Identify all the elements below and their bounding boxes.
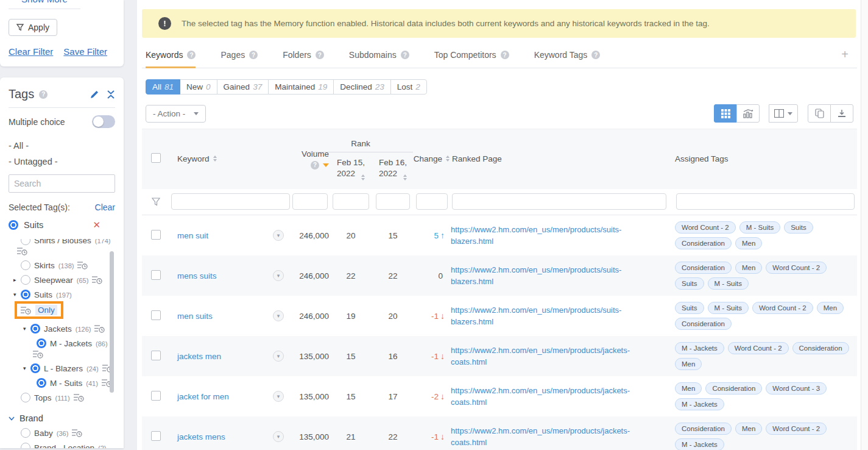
ranked-page-link[interactable]: https://www2.hm.com/en_us/men/products/s… bbox=[451, 225, 621, 246]
columns-button[interactable] bbox=[769, 104, 798, 123]
tag-item-all[interactable]: - All - bbox=[9, 138, 115, 154]
keyword-link[interactable]: men suits bbox=[177, 312, 213, 321]
tag-search-input[interactable] bbox=[9, 174, 115, 193]
export-button[interactable] bbox=[830, 104, 853, 123]
remove-tag-icon[interactable]: ✕ bbox=[93, 220, 101, 230]
tag-radio[interactable] bbox=[30, 324, 40, 334]
help-icon[interactable]: ? bbox=[501, 51, 509, 59]
status-filter-new[interactable]: New 0 bbox=[180, 79, 217, 95]
volume-filter-input[interactable] bbox=[292, 193, 328, 210]
row-checkbox[interactable] bbox=[151, 230, 161, 240]
status-filter-maintained[interactable]: Maintained 19 bbox=[268, 79, 334, 95]
tag-tree-item-sleepwear[interactable]: ▸ Sleepwear (65) bbox=[9, 273, 115, 287]
multiple-choice-toggle[interactable] bbox=[92, 115, 115, 128]
brand-section-header[interactable]: Brand bbox=[9, 413, 115, 423]
keyword-expand-icon[interactable]: ▾ bbox=[273, 230, 284, 241]
tag-tree-item-brand-location[interactable]: Brand - Location (2) bbox=[9, 440, 115, 448]
help-icon[interactable]: ? bbox=[311, 161, 319, 170]
sort-icon[interactable] bbox=[446, 155, 450, 162]
tag-radio[interactable] bbox=[37, 338, 46, 348]
add-tab-icon[interactable]: + bbox=[841, 48, 849, 62]
only-link[interactable]: Only bbox=[35, 305, 57, 315]
tab-folders[interactable]: Folders ? bbox=[283, 46, 324, 68]
save-filter-link[interactable]: Save Filter bbox=[63, 46, 107, 57]
tag-tree-item-tops[interactable]: Tops (111) bbox=[9, 390, 115, 405]
ranked-page-filter-input[interactable] bbox=[452, 193, 666, 210]
row-checkbox[interactable] bbox=[151, 391, 161, 401]
keyword-expand-icon[interactable]: ▾ bbox=[273, 431, 284, 442]
tags-filter-input[interactable] bbox=[676, 193, 855, 210]
keyword-link[interactable]: mens suits bbox=[177, 271, 217, 280]
date2-column-header[interactable]: Feb 16,2022 bbox=[373, 152, 413, 180]
ranked-page-link[interactable]: https://www2.hm.com/en_us/men/products/j… bbox=[451, 346, 630, 367]
select-all-checkbox[interactable] bbox=[151, 153, 161, 163]
change-filter-input[interactable] bbox=[416, 193, 448, 210]
keyword-expand-icon[interactable]: ▾ bbox=[273, 270, 284, 281]
row-checkbox[interactable] bbox=[151, 431, 161, 441]
status-filter-gained[interactable]: Gained 37 bbox=[217, 79, 269, 95]
keyword-link[interactable]: jacket for men bbox=[177, 392, 229, 401]
page-scrollbar[interactable] bbox=[861, 0, 868, 450]
tab-keyword-tags[interactable]: Keyword Tags ? bbox=[534, 46, 601, 68]
help-icon[interactable]: ? bbox=[401, 51, 409, 59]
keyword-column-header[interactable]: Keyword bbox=[177, 154, 210, 163]
action-dropdown[interactable]: - Action - bbox=[146, 105, 206, 123]
history-icon[interactable] bbox=[92, 276, 102, 284]
history-icon[interactable] bbox=[74, 393, 84, 402]
collapse-panel-icon[interactable] bbox=[107, 90, 115, 99]
tag-tree-item-m-jackets[interactable]: M - Jackets (86) bbox=[9, 336, 115, 361]
tag-radio[interactable] bbox=[21, 393, 30, 402]
ranked-page-link[interactable]: https://www2.hm.com/en_us/men/products/s… bbox=[451, 305, 621, 327]
filter-funnel-icon[interactable] bbox=[150, 197, 162, 207]
history-icon[interactable] bbox=[21, 306, 31, 315]
keyword-expand-icon[interactable]: ▾ bbox=[273, 310, 284, 321]
tag-tree-item-jackets[interactable]: ▾ Jackets (126) bbox=[9, 321, 115, 336]
tag-tree-item-skirts[interactable]: Skirts (138) bbox=[9, 258, 115, 273]
history-icon[interactable] bbox=[33, 350, 43, 359]
help-icon[interactable]: ? bbox=[249, 51, 258, 59]
status-filter-declined[interactable]: Declined 23 bbox=[333, 79, 391, 95]
show-more-link[interactable]: Show More bbox=[9, 0, 80, 9]
edit-tags-icon[interactable] bbox=[90, 90, 99, 99]
tag-radio[interactable] bbox=[30, 363, 40, 373]
ranked-page-link[interactable]: https://www2.hm.com/en_us/men/products/s… bbox=[451, 265, 621, 287]
table-view-button[interactable] bbox=[714, 104, 737, 123]
tag-tree-item-shirts-blouses[interactable]: Shirts / Blouses (174) bbox=[9, 239, 115, 258]
keyword-link[interactable]: jackets mens bbox=[177, 432, 225, 441]
tag-radio[interactable] bbox=[37, 378, 46, 388]
ranked-page-link[interactable]: https://www2.hm.com/en_us/men/products/j… bbox=[451, 386, 630, 407]
apply-button[interactable]: Apply bbox=[9, 19, 57, 36]
tag-radio[interactable] bbox=[21, 239, 30, 245]
clear-filter-link[interactable]: Clear Filter bbox=[9, 46, 53, 57]
date1-filter-input[interactable] bbox=[333, 193, 369, 210]
tab-keywords[interactable]: Keywords ? bbox=[146, 46, 196, 68]
tag-radio[interactable] bbox=[21, 290, 30, 299]
tab-subdomains[interactable]: Subdomains ? bbox=[349, 46, 409, 68]
tree-expander-icon[interactable]: ▸ bbox=[13, 277, 19, 283]
sort-desc-icon[interactable] bbox=[323, 163, 329, 167]
tag-radio[interactable] bbox=[21, 260, 30, 270]
tree-scrollbar[interactable] bbox=[110, 251, 114, 393]
history-icon[interactable] bbox=[72, 429, 82, 437]
tag-tree-item-baby[interactable]: Baby (36) bbox=[9, 426, 115, 440]
tag-tree-item-l-blazers[interactable]: ▾ L - Blazers (24) bbox=[9, 361, 115, 376]
row-checkbox[interactable] bbox=[151, 270, 161, 280]
selected-tag-radio[interactable] bbox=[9, 220, 18, 230]
ranked-page-link[interactable]: https://www2.hm.com/en_us/men/products/j… bbox=[451, 426, 630, 448]
keyword-expand-icon[interactable]: ▾ bbox=[273, 351, 284, 362]
change-column-header[interactable]: Change bbox=[414, 154, 442, 163]
help-icon[interactable]: ? bbox=[316, 51, 324, 59]
chart-view-button[interactable] bbox=[736, 104, 760, 123]
row-checkbox[interactable] bbox=[151, 351, 161, 360]
tree-expander-icon[interactable]: ▾ bbox=[23, 326, 29, 332]
copy-button[interactable] bbox=[808, 104, 831, 123]
help-icon[interactable]: ? bbox=[187, 51, 196, 59]
tag-item-untagged[interactable]: - Untagged - bbox=[9, 154, 115, 170]
help-icon[interactable]: ? bbox=[591, 51, 600, 59]
tag-radio[interactable] bbox=[21, 443, 30, 448]
history-icon[interactable] bbox=[17, 247, 27, 255]
date1-column-header[interactable]: Feb 15,2022 bbox=[329, 152, 373, 180]
keyword-link[interactable]: men suit bbox=[177, 231, 208, 240]
tag-radio[interactable] bbox=[21, 275, 30, 285]
sort-icon[interactable] bbox=[213, 155, 217, 162]
